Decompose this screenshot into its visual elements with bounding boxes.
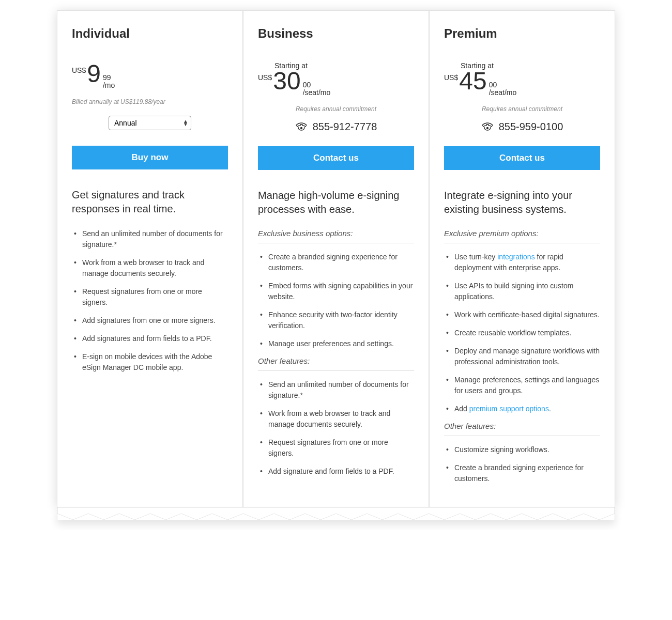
feature-item: Add premium support options. [444,404,600,414]
feature-list: Send an unlimited number of documents fo… [258,379,414,477]
price-sub: 00 /seat/mo [489,81,517,97]
price-cents: 00 [303,81,331,89]
phone-line: 855-912-7778 [258,121,414,133]
currency-label: US$ [258,73,272,82]
feature-list: Use turn-key integrations for rapid depl… [444,252,600,414]
feature-list: Customize signing workflows. Create a br… [444,444,600,484]
plan-title: Premium [444,26,600,41]
commitment-note: Requires annual commitment [258,105,414,113]
feature-item: Request signatures from one or more sign… [258,437,414,459]
billed-note: Billed annually at US$119.88/year [72,98,228,105]
plan-card-individual: Individual US$ 9 99 /mo Billed annually … [57,10,243,507]
price-main: 45 [459,69,486,94]
feature-item: Create a branded signing experience for … [444,462,600,484]
phone-number: 855-912-7778 [313,121,377,133]
feature-item: Add signatures and form fields to a PDF. [72,333,228,344]
plan-card-business: Business Starting at US$ 30 00 /seat/mo … [243,10,429,507]
feature-item: Work from a web browser to track and man… [258,408,414,430]
feature-item: Use turn-key integrations for rapid depl… [444,252,600,273]
plan-headline: Integrate e-signing into your existing b… [444,189,600,216]
plan-title: Individual [72,26,228,41]
torn-edge-decoration [57,507,615,520]
price-block: US$ 9 99 /mo [72,61,228,92]
price-cents: 00 [489,81,517,89]
price-line: US$ 30 00 /seat/mo [258,69,414,99]
feature-item: Embed forms with signing capabilities in… [258,281,414,302]
integrations-link[interactable]: integrations [497,253,534,261]
feature-item: E-sign on mobile devices with the Adobe … [72,351,228,373]
feature-item: Add signatures from one or more signers. [72,315,228,326]
feature-item: Customize signing workflows. [444,444,600,455]
feature-item: Send an unlimited number of documents fo… [258,379,414,401]
phone-icon [481,122,494,131]
feature-item: Create reusable workflow templates. [444,328,600,338]
feature-item: Deploy and manage signature workflows wi… [444,346,600,367]
price-sub: 99 /mo [103,74,115,90]
section-label: Exclusive business options: [258,229,414,243]
price-unit: /mo [103,82,115,89]
contact-us-button[interactable]: Contact us [444,146,600,170]
billing-dropdown-wrapper: Annual ▲▼ [72,116,228,130]
section-label: Other features: [444,422,600,436]
price-sub: 00 /seat/mo [303,81,331,97]
price-main: 9 [87,61,101,86]
buy-now-button[interactable]: Buy now [72,146,228,169]
premium-support-link[interactable]: premium support options [469,405,549,413]
feature-item: Send an unlimited number of documents fo… [72,228,228,250]
pricing-container: Individual US$ 9 99 /mo Billed annually … [57,10,615,507]
plan-headline: Get signatures and track responses in re… [72,188,228,216]
plan-card-premium: Premium Starting at US$ 45 00 /seat/mo R… [429,10,615,507]
svg-point-1 [486,128,488,129]
price-block: Starting at US$ 30 00 /seat/mo [258,61,414,99]
feature-item: Create a branded signing experience for … [258,252,414,273]
feature-item: Use APIs to build signing into custom ap… [444,281,600,302]
feature-item: Manage user preferences and settings. [258,338,414,349]
price-unit: /seat/mo [489,89,517,97]
svg-point-0 [300,128,302,129]
feature-item: Enhance security with two-factor identit… [258,309,414,331]
feature-item: Request signatures from one or more sign… [72,286,228,308]
feature-item: Manage preferences, settings and languag… [444,375,600,396]
currency-label: US$ [444,73,458,82]
phone-line: 855-959-0100 [444,121,600,133]
feature-list: Create a branded signing experience for … [258,252,414,349]
price-line: US$ 9 99 /mo [72,61,228,92]
contact-us-button[interactable]: Contact us [258,146,414,170]
phone-number: 855-959-0100 [499,121,563,133]
feature-item: Work from a web browser to track and man… [72,257,228,279]
phone-icon [295,122,308,131]
price-line: US$ 45 00 /seat/mo [444,69,600,99]
billing-cycle-select[interactable]: Annual [109,116,191,130]
price-block: Starting at US$ 45 00 /seat/mo [444,61,600,99]
feature-item: Add signature and form fields to a PDF. [258,466,414,477]
plan-title: Business [258,26,414,41]
price-unit: /seat/mo [303,89,331,97]
plan-headline: Manage high-volume e-signing processes w… [258,189,414,216]
feature-list: Send an unlimited number of documents fo… [72,228,228,373]
feature-item: Work with certificate-based digital sign… [444,309,600,320]
section-label: Other features: [258,357,414,371]
section-label: Exclusive premium options: [444,229,600,243]
commitment-note: Requires annual commitment [444,105,600,113]
currency-label: US$ [72,66,86,74]
price-cents: 99 [103,74,115,82]
price-main: 30 [273,69,300,94]
